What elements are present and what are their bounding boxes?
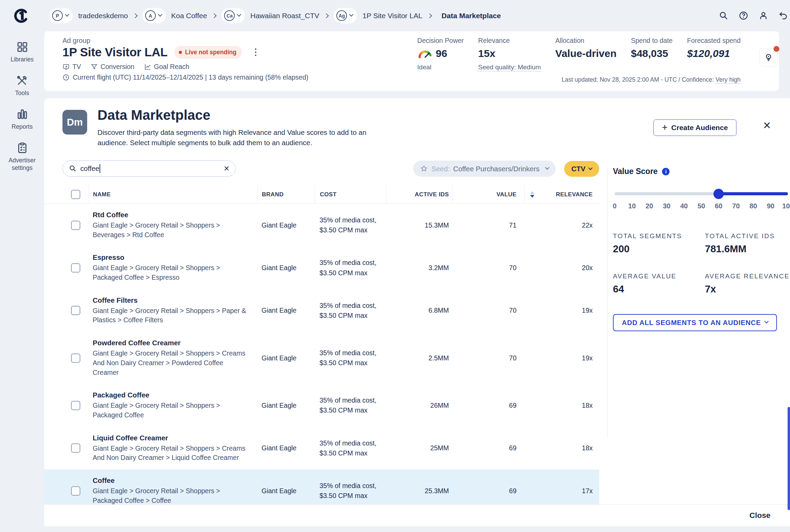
table-row[interactable]: Coffee Filters Giant Eagle > Grocery Ret… [44,289,599,332]
segment-name: Powdered Coffee Creamer [93,339,250,347]
close-icon[interactable]: × [762,117,772,133]
value-cell: 69 [452,402,524,409]
segment-path: Giant Eagle > Grocery Retail > Shoppers … [93,263,250,282]
advertiser-settings-icon [16,142,28,154]
slider-tick-label: 90 [767,202,774,210]
search-value: coffee [80,164,99,173]
slider-tick-label: 70 [732,202,740,210]
slider-tick-label: 30 [663,202,670,210]
line-chart-icon [144,63,151,70]
segment-path: Giant Eagle > Grocery Retail > Shoppers … [93,221,250,240]
table-row[interactable]: Espresso Giant Eagle > Grocery Retail > … [44,246,599,289]
slider-tick-label: 80 [750,202,757,210]
cost-cell: 35% of media cost, $3.50 CPM max [315,481,386,501]
info-icon[interactable]: i [662,168,670,175]
sort-icon[interactable] [530,191,534,198]
value-score-title: Value Score [613,167,658,176]
row-checkbox[interactable] [71,486,80,496]
column-header-active-ids[interactable]: ACTIVE IDS [386,185,452,204]
user-icon[interactable] [759,11,768,20]
row-checkbox[interactable] [71,401,80,410]
libraries-icon [16,41,28,53]
breadcrumb-separator-icon [427,13,432,18]
sidebar-item-advertiser-settings[interactable]: Advertiser settings [0,142,44,172]
breadcrumb-adgroup-pill[interactable]: Ag [334,8,357,23]
clear-search-icon[interactable]: × [224,164,229,173]
search-input[interactable]: coffee × [62,160,236,177]
table-row[interactable]: Packaged Coffee Giant Eagle > Grocery Re… [44,384,599,427]
metric-decision-power: Decision Power 96 Ideal [417,37,464,71]
undo-icon[interactable] [779,11,788,20]
segment-name: Coffee [93,476,250,485]
active-ids-cell: 2.5MM [386,354,452,362]
select-all-checkbox[interactable] [71,190,80,199]
breadcrumb-adgroup-label[interactable]: 1P Site Visitor LAL [362,12,422,20]
cost-line-2: $3.50 CPM max [320,311,386,321]
breadcrumb-partner-label[interactable]: tradedeskdemo [78,12,128,20]
seed-quality-link[interactable]: Seed quality: Medium [478,63,541,71]
table-row[interactable]: Powdered Coffee Creamer Giant Eagle > Gr… [44,332,599,384]
row-checkbox[interactable] [71,263,80,273]
relevance-cell: 19x [524,354,599,362]
partner-initial-badge: P [52,10,63,21]
slider-handle[interactable] [713,189,724,199]
notification-dot [774,46,779,52]
stat-total-active-ids: TOTAL ACTIVE IDS 781.6MM [705,232,790,255]
breadcrumb: P tradedeskdemo A Koa Coffee Ca Hawaiian… [49,8,501,23]
chevron-down-icon [588,165,593,170]
row-checkbox[interactable] [71,443,80,453]
tradedesk-logo-icon[interactable] [13,8,30,24]
segment-name: Espresso [93,253,250,262]
adgroup-initial-badge: Ag [336,10,347,21]
chevron-down-icon [545,165,549,170]
breadcrumb-advertiser-pill[interactable]: A [142,8,166,23]
table-header: NAME BRAND COST ACTIVE IDS VALUE RELEVAN… [44,185,599,204]
flight-info: Current flight (UTC) 11/14/2025–12/14/20… [62,73,309,81]
sidebar-item-reports[interactable]: Reports [12,108,33,131]
search-icon [69,165,77,172]
chevron-down-icon [158,12,162,17]
sidebar-item-tools[interactable]: Tools [15,74,29,97]
table-row[interactable]: Rtd Coffee Giant Eagle > Grocery Retail … [44,204,599,246]
table-row[interactable]: Liquid Coffee Creamer Giant Eagle > Groc… [44,427,599,470]
column-header-cost[interactable]: COST [315,185,386,204]
column-header-brand[interactable]: BRAND [257,185,315,204]
scrollbar-thumb[interactable] [788,407,790,510]
metric-forecasted-spend: Forecasted spend $120,091 [687,37,741,71]
sidebar-item-libraries[interactable]: Libraries [11,41,34,63]
relevance-cell: 17x [524,487,599,495]
help-icon[interactable] [739,11,748,20]
row-checkbox[interactable] [71,306,80,315]
create-audience-button[interactable]: + Create Audience [653,119,736,136]
row-checkbox[interactable] [71,221,80,230]
breadcrumb-campaign-pill[interactable]: Ca [221,8,245,23]
value-score-slider[interactable] [615,188,788,199]
add-all-segments-button[interactable]: ADD ALL SEGMENTS TO AN AUDIENCE [613,314,777,331]
value-score-panel: Value Score i 0102030405060708090100 TOT… [607,167,790,438]
channel-filter-dropdown[interactable]: CTV [564,161,599,177]
search-icon[interactable] [719,11,728,20]
segment-name: Packaged Coffee [93,391,250,399]
seed-filter-dropdown[interactable]: Seed: Coffee Purchasers/Drinkers [413,161,556,177]
cost-line-2: $3.50 CPM max [320,358,386,368]
lightbulb-icon [764,53,773,62]
column-header-name[interactable]: NAME [89,185,257,204]
value-cell: 69 [452,487,524,495]
page-description: Discover third-party data segments with … [97,127,387,148]
breadcrumb-campaign-label[interactable]: Hawaiian Roast_CTV [250,12,319,20]
close-button[interactable]: Close [750,511,770,520]
breadcrumb-partner-pill[interactable]: P [49,8,73,23]
cost-cell: 35% of media cost, $3.50 CPM max [315,258,386,278]
breadcrumb-advertiser-label[interactable]: Koa Coffee [171,12,207,20]
column-header-relevance[interactable]: RELEVANCE [524,185,599,204]
brand-cell: Giant Eagle [257,487,315,495]
plus-icon: + [662,123,667,132]
active-ids-cell: 25.3MM [386,487,452,495]
insights-lightbulb-button[interactable] [759,48,778,67]
confidence-link[interactable]: Very high [716,76,741,84]
status-dot-icon [179,51,182,54]
column-header-value[interactable]: VALUE [452,185,524,204]
more-options-menu[interactable] [253,46,259,58]
active-ids-cell: 26MM [386,402,452,409]
row-checkbox[interactable] [71,354,80,363]
